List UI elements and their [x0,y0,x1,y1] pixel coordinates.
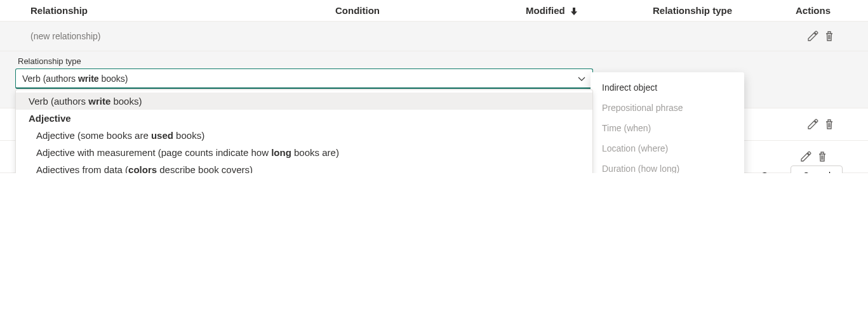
add-to-relationship-menu: Indirect objectPrepositional phraseTime … [591,72,744,173]
pencil-icon [800,151,811,162]
editor-action-buttons: Save Cancel [750,166,843,173]
add-menu-item: Location (where) [591,138,744,159]
cancel-button[interactable]: Cancel [791,166,843,173]
column-header-modified-label: Modified [526,5,565,16]
trash-icon [824,30,835,42]
relationship-type-select[interactable]: Verb (authors write books) [15,68,593,89]
save-button[interactable]: Save [750,166,784,173]
trash-icon [824,119,835,130]
trash-icon [817,151,828,162]
pencil-icon [807,30,818,42]
add-menu-item[interactable]: Indirect object [591,77,744,98]
delete-button[interactable] [814,148,831,165]
edit-button[interactable] [805,116,821,133]
chevron-down-icon [577,74,586,83]
delete-button[interactable] [821,116,838,133]
sort-down-icon [570,7,578,16]
pencil-icon [807,119,818,130]
edit-button[interactable] [798,148,814,165]
dropdown-option[interactable]: Adjectives from data (colors describe bo… [16,161,592,173]
relationship-editor: Relationship type Verb (authors write bo… [0,51,868,108]
column-header-relationship-type[interactable]: Relationship type [653,5,780,16]
dropdown-option[interactable]: Verb (authors write books) [16,93,592,110]
add-menu-item: Time (when) [591,118,744,138]
relationship-type-dropdown: Verb (authors write books)AdjectiveAdjec… [15,89,593,173]
relationship-type-label: Relationship type [15,56,853,66]
add-menu-item: Prepositional phrase [591,98,744,118]
table-header: Relationship Condition Modified Relation… [0,0,868,22]
new-relationship-row: (new relationship) [0,22,868,51]
add-menu-item: Duration (how long) [591,159,744,173]
column-header-condition[interactable]: Condition [335,5,526,16]
dropdown-option[interactable]: Adjective (some books are used books) [16,127,592,144]
column-header-modified[interactable]: Modified [526,5,653,16]
relationship-type-selected-value: Verb (authors write books) [22,74,128,84]
new-relationship-placeholder: (new relationship) [30,31,101,41]
delete-button[interactable] [821,28,838,44]
edit-button[interactable] [805,28,821,44]
dropdown-option[interactable]: Adjective with measurement (page counts … [16,144,592,161]
option-group-header: Adjective [16,110,592,127]
column-header-actions: Actions [780,5,831,16]
column-header-relationship[interactable]: Relationship [30,5,335,16]
